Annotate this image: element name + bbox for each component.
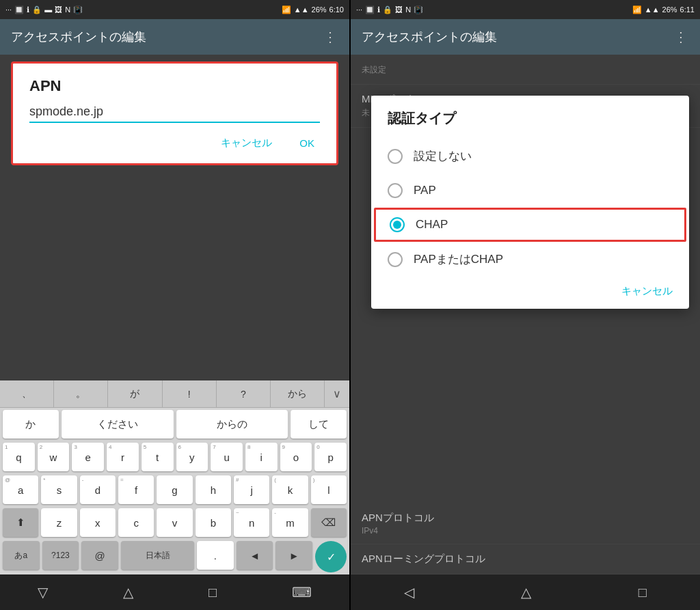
key-right-arrow[interactable]: ► [275,541,312,570]
suggestion-6[interactable]: から [271,380,325,407]
key-japanese[interactable]: 日本語 [121,541,194,570]
key-p[interactable]: 0p [314,443,347,471]
key-j[interactable]: #j [234,475,269,504]
key-period[interactable]: . [197,541,234,570]
right-signal-icon: ▲▲ [645,5,660,14]
radio-chap-inner [393,221,401,229]
key-n[interactable]: ~n [234,508,269,537]
qwerty-row-3: ⬆ z x c v b ~n -m ⌫ [0,506,349,539]
right-wifi-icon: 📶 [632,5,642,14]
auth-option-papchap[interactable]: PAPまたはCHAP [371,242,689,277]
key-r[interactable]: 4r [107,443,139,471]
left-status-bar: ··· 🔲 ℹ 🔒 ▬ 🖼 N 📳 📶 ▲▲ 26% 6:10 [0,0,349,19]
auth-option-papchap-label: PAPまたはCHAP [414,251,503,267]
left-recent-button[interactable]: □ [208,585,217,600]
auth-option-pap-label: PAP [414,184,436,197]
apn-cancel-button[interactable]: キャンセル [215,134,278,152]
key-aha[interactable]: あa [3,541,40,570]
key-f[interactable]: =f [118,475,154,504]
key-backspace[interactable]: ⌫ [311,508,347,537]
right-recent-button[interactable]: □ [638,585,647,600]
key-i[interactable]: 8i [245,443,278,471]
left-back-button[interactable]: ▽ [38,584,48,600]
left-dots-icon: ··· [5,5,12,14]
key-c[interactable]: c [118,508,154,537]
key-at[interactable]: @ [81,541,118,570]
key-enter[interactable]: ✓ [315,541,347,572]
auth-dialog-cancel-area: キャンセル [371,277,689,309]
key-h[interactable]: h [196,475,231,504]
key-kudasai[interactable]: ください [62,410,174,439]
keyboard-bottom-row: あa ?123 @ 日本語 . ◄ ► ✓ [0,539,349,574]
left-home-button[interactable]: △ [123,584,133,600]
key-w[interactable]: 2w [38,443,70,471]
radio-none [388,149,403,164]
left-time: 6:10 [329,5,344,14]
key-shite[interactable]: して [291,410,347,439]
right-nfc-icon: N [405,5,411,14]
keyboard-area: 、 。 が ! ? から ∨ か ください からの して 1q 2w 3e 4r… [0,380,349,574]
suggestion-2[interactable]: 。 [54,380,108,407]
key-d[interactable]: -d [80,475,116,504]
right-lock-icon: 🔒 [383,5,392,14]
left-keyboard-button[interactable]: ⌨ [292,584,312,600]
auth-option-pap[interactable]: PAP [371,174,689,208]
key-k[interactable]: (k [272,475,308,504]
auth-dialog-title: 認証タイプ [371,109,689,139]
key-ka[interactable]: か [3,410,59,439]
key-m[interactable]: -m [272,508,308,537]
key-v[interactable]: v [157,508,192,537]
right-back-button[interactable]: ◁ [404,584,414,600]
key-b[interactable]: b [196,508,231,537]
kana-row-1: か ください からの して [0,408,349,441]
auth-option-none-label: 設定しない [414,148,472,164]
auth-cancel-button[interactable]: キャンセル [621,285,673,298]
key-q[interactable]: 1q [3,443,35,471]
apn-ok-button[interactable]: OK [294,134,320,152]
key-karano[interactable]: からの [176,410,288,439]
key-t[interactable]: 5t [142,443,174,471]
left-status-icons: ··· 🔲 ℹ 🔒 ▬ 🖼 N 📳 [5,5,83,14]
suggestion-4[interactable]: ! [163,380,217,407]
left-sim-icon: 🔲 [14,5,24,14]
right-nav-bar: ◁ △ □ [351,574,700,610]
apn-dialog: APN キャンセル OK [11,61,338,165]
right-sim-icon: 🔲 [365,5,375,14]
qwerty-row-2: @a *s -d =f g h #j (k )l [0,473,349,506]
key-g[interactable]: g [157,475,192,504]
suggestion-1[interactable]: 、 [0,380,54,407]
key-e[interactable]: 3e [72,443,104,471]
auth-option-chap[interactable]: CHAP [374,208,686,242]
key-z[interactable]: z [41,508,77,537]
apn-input-field[interactable] [29,102,320,123]
left-lock-icon: 🔒 [32,5,42,14]
left-screen-icon: ▬ [44,5,52,14]
key-u[interactable]: 7u [211,443,243,471]
key-shift[interactable]: ⬆ [3,508,38,537]
key-left-arrow[interactable]: ◄ [237,541,273,570]
right-apn-roaming-label: APNローミングプロトコル [362,553,689,566]
key-x[interactable]: x [80,508,116,537]
right-content-area: 未設定 MMSポート 未 認証タイプ 設定しない PAP [351,55,700,574]
left-nfc-icon: N [65,5,70,14]
key-l[interactable]: )l [311,475,347,504]
key-a[interactable]: @a [3,475,38,504]
key-y[interactable]: 6y [176,443,208,471]
key-s[interactable]: *s [41,475,77,504]
key-o[interactable]: 9o [280,443,312,471]
right-phone-panel: ··· 🔲 ℹ 🔒 🖼 N 📳 📶 ▲▲ 26% 6:11 アクセスポイントの編… [351,0,700,610]
right-home-button[interactable]: △ [521,584,531,600]
right-bg-content: 未設定 MMSポート 未 認証タイプ 設定しない PAP [351,55,700,574]
auth-option-none[interactable]: 設定しない [371,139,689,174]
suggestion-3[interactable]: が [108,380,162,407]
keyboard-arrow-icon[interactable]: ∨ [325,387,349,400]
right-photo-icon: 🖼 [395,5,403,14]
right-more-icon[interactable]: ⋮ [674,29,689,45]
suggestion-5[interactable]: ? [217,380,271,407]
auth-dialog: 認証タイプ 設定しない PAP CHAP [371,96,689,309]
right-apn-protocol-value: IPv4 [362,526,689,536]
left-more-icon[interactable]: ⋮ [323,29,338,45]
right-unset-item: 未設定 [351,55,700,85]
key-123[interactable]: ?123 [42,541,79,570]
right-info-icon: ℹ [377,5,380,14]
